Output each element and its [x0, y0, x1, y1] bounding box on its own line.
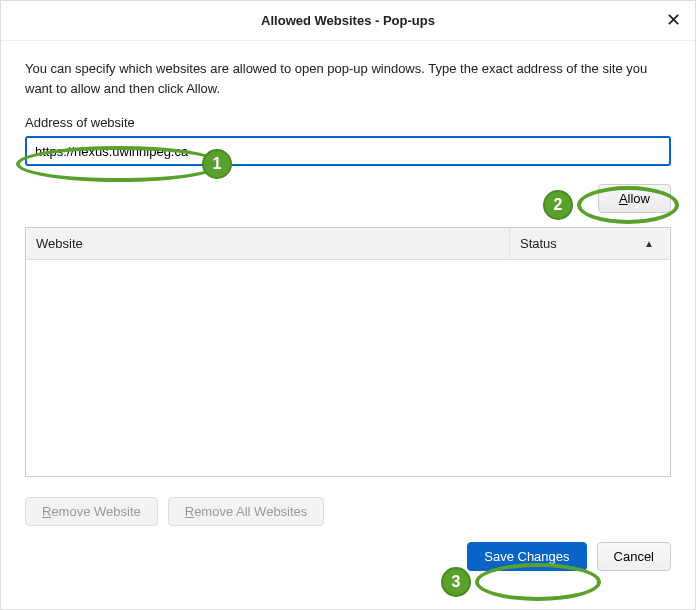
remove-all-rest: emove All Websites: [194, 504, 307, 519]
cancel-button[interactable]: Cancel: [597, 542, 671, 571]
col-header-status[interactable]: Status ▲: [510, 228, 660, 259]
remove-website-rest: emove Website: [51, 504, 140, 519]
popups-dialog: Allowed Websites - Pop-ups ✕ You can spe…: [0, 0, 696, 610]
bottom-buttons-row: Save Changes Cancel: [25, 542, 671, 571]
website-table: Website Status ▲: [25, 227, 671, 477]
remove-all-button[interactable]: Remove All Websites: [168, 497, 325, 526]
intro-text: You can specify which websites are allow…: [25, 59, 671, 99]
allow-underline-letter: A: [619, 191, 628, 206]
remove-buttons-row: Remove Website Remove All Websites: [25, 497, 671, 526]
allow-rest: llow: [628, 191, 650, 206]
remove-website-button[interactable]: Remove Website: [25, 497, 158, 526]
col-header-website[interactable]: Website: [36, 228, 510, 259]
sort-arrow-icon: ▲: [644, 238, 654, 249]
title-bar: Allowed Websites - Pop-ups ✕: [1, 1, 695, 41]
allow-row: Allow: [25, 184, 671, 213]
dialog-content: You can specify which websites are allow…: [1, 41, 695, 583]
close-icon[interactable]: ✕: [666, 11, 681, 29]
allow-button[interactable]: Allow: [598, 184, 671, 213]
address-label: Address of website: [25, 115, 671, 130]
remove-underline-letter: R: [42, 504, 51, 519]
save-changes-button[interactable]: Save Changes: [467, 542, 586, 571]
address-input[interactable]: [25, 136, 671, 166]
remove-all-underline-letter: R: [185, 504, 194, 519]
dialog-title: Allowed Websites - Pop-ups: [261, 13, 435, 28]
table-header: Website Status ▲: [26, 228, 670, 260]
